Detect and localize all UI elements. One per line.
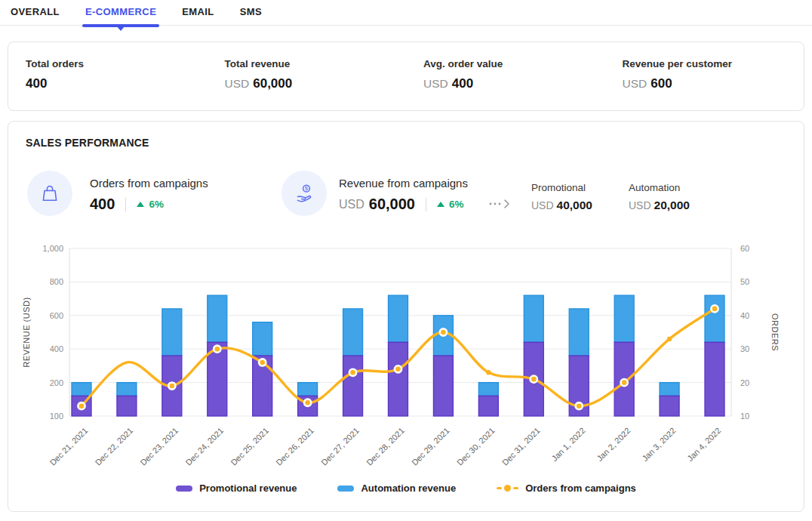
breakdown-label: Promotional [531,182,592,193]
svg-text:Dec 30, 2021: Dec 30, 2021 [455,426,497,467]
orders-point [78,402,85,409]
svg-text:Jan 3, 2022: Jan 3, 2022 [640,426,677,463]
automation-bar-segment [117,383,137,396]
kpi-label: Orders from campaigns [90,177,208,190]
divider [125,198,126,211]
automation-bar-segment [524,295,543,342]
automation-bar-segment [660,383,679,396]
svg-text:Jan 4, 2022: Jan 4, 2022 [685,426,722,463]
tab-email[interactable]: EMAIL [180,5,215,20]
svg-text:$: $ [305,185,309,192]
svg-text:Dec 21, 2021: Dec 21, 2021 [48,426,90,467]
promotional-bar-segment [117,396,137,416]
tab-sms-label: SMS [240,6,262,17]
kpi-label: Revenue from campaigns [339,177,468,190]
legend-label: Orders from campaigns [525,482,636,494]
sales-performance-card: SALES PERFORMANCE Orders from campaigns … [8,121,804,512]
automation-bar-segment [614,295,634,342]
left-axis-title: REVENUE (USD) [22,297,31,367]
promotional-swatch-icon [176,486,192,492]
legend-item-orders[interactable]: Orders from campaigns [497,482,636,494]
stat-label: Total revenue [225,58,407,69]
svg-text:Dec 26, 2021: Dec 26, 2021 [274,426,315,467]
summary-card: Total orders 400 Total revenue USD60,000… [8,42,804,111]
x-axis-labels: Dec 21, 2021Dec 22, 2021Dec 23, 2021Dec … [48,426,723,467]
breakdown-value: USD40,000 [531,199,592,212]
sales-performance-chart[interactable]: 1002004006008001,000102030405060REVENUE … [8,235,805,476]
hand-coin-icon: $ [292,181,316,205]
orders-point [349,369,356,376]
stat-total-revenue: Total revenue USD60,000 [208,42,407,110]
legend-label: Promotional revenue [199,482,297,494]
stat-label: Revenue per customer [623,58,804,69]
currency-label: USD [225,77,250,90]
orders-point [711,305,718,312]
svg-text:400: 400 [50,344,63,353]
legend-label: Automation revenue [361,482,456,494]
kpi-value: 400 [90,196,115,213]
automation-bar-segment [478,383,498,396]
orders-point [440,328,447,335]
currency-label: USD [339,198,364,211]
delta-value: 6% [149,199,164,210]
currency-label: USD [531,199,554,211]
orders-point [304,399,311,406]
automation-bar-segment [298,383,318,396]
svg-text:600: 600 [50,311,63,320]
svg-text:30: 30 [740,344,749,353]
orders-point [395,365,401,372]
orders-point [531,376,537,383]
svg-text:Dec 31, 2021: Dec 31, 2021 [500,426,542,467]
divider [426,198,426,211]
breakdown-label: Automation [629,182,690,193]
revenue-bars[interactable] [72,295,724,416]
orders-point [621,379,628,386]
orders-kpi: Orders from campaigns 400 6% [90,177,208,213]
currency-label: USD [423,77,448,90]
orders-point [486,370,491,375]
card-title: SALES PERFORMANCE [26,137,149,149]
tab-ecommerce-label: E-COMMERCE [85,6,156,17]
automation-bar-segment [343,309,363,356]
currency-label: USD [623,77,647,90]
promotional-bar-segment [660,396,679,416]
stat-avg-order-value: Avg. order value USD400 [406,42,605,110]
svg-text:Jan 2, 2022: Jan 2, 2022 [595,426,632,463]
svg-text:100: 100 [50,412,63,421]
orders-point [576,402,583,409]
automation-bar-segment [253,322,272,356]
dotted-arrow-icon [488,199,512,209]
breakdown-value: USD20,000 [629,199,690,212]
orders-point [168,382,175,389]
promotional-bar-segment [389,342,408,416]
svg-text:Jan 1, 2022: Jan 1, 2022 [549,426,586,463]
left-axis-labels: 1002004006008001,000 [42,244,63,421]
svg-text:50: 50 [740,277,749,286]
orders-point [214,346,220,353]
tab-sms[interactable]: SMS [238,5,263,20]
automation-bar-segment [208,295,227,342]
orders-kpi-icon-circle [27,171,72,216]
svg-text:60: 60 [740,244,749,253]
promotional-breakdown: Promotional USD40,000 [531,182,592,212]
automation-bar-segment [389,295,408,342]
svg-text:Dec 25, 2021: Dec 25, 2021 [229,426,270,467]
legend-item-promotional[interactable]: Promotional revenue [176,482,297,494]
tab-overall[interactable]: OVERALL [9,5,61,20]
legend-item-automation[interactable]: Automation revenue [337,482,456,494]
right-axis-title: ORDERS [770,313,780,351]
right-axis-labels: 102030405060 [740,244,749,421]
revenue-kpi-icon-circle: $ [281,171,327,216]
svg-text:10: 10 [740,412,749,421]
tab-ecommerce[interactable]: E-COMMERCE [84,5,158,20]
chart-legend: Promotional revenue Automation revenue O… [8,482,804,494]
automation-bar-segment [705,295,724,342]
stat-label: Total orders [26,58,208,69]
automation-bar-segment [162,309,182,356]
delta-value: 6% [449,199,464,210]
delta-badge: 6% [137,199,164,210]
svg-text:Dec 29, 2021: Dec 29, 2021 [410,426,451,467]
orders-point [667,337,672,341]
svg-text:Dec 28, 2021: Dec 28, 2021 [364,426,406,467]
orders-point [259,359,266,365]
